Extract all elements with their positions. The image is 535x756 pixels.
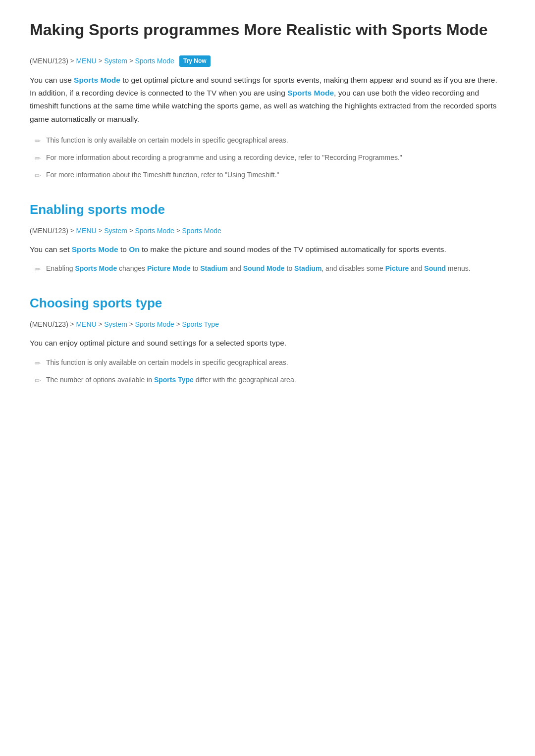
s1-bc-menu123: (MENU/123) — [30, 225, 68, 236]
section2-breadcrumb: (MENU/123) > MENU > System > Sports Mode… — [30, 319, 505, 330]
intro-sports-mode-link2[interactable]: Sports Mode — [287, 89, 334, 97]
s1-note-stadium2[interactable]: Stadium — [294, 264, 321, 272]
intro-paragraph: You can use Sports Mode to get optimal p… — [30, 74, 505, 126]
section1-title: Enabling sports mode — [30, 200, 505, 220]
page-title: Making Sports programmes More Realistic … — [30, 20, 505, 41]
s2-bc-menu123: (MENU/123) — [30, 319, 68, 330]
s2-bc-menu[interactable]: MENU — [76, 319, 96, 330]
s2-note-item-2: ✏ The number of options available in Spo… — [30, 374, 505, 387]
section1-breadcrumb: (MENU/123) > MENU > System > Sports Mode… — [30, 225, 505, 236]
section1-notes-list: ✏ Enabling Sports Mode changes Picture M… — [30, 263, 505, 275]
try-now-badge[interactable]: Try Now — [179, 55, 211, 67]
s1-note-picture-mode[interactable]: Picture Mode — [147, 264, 191, 272]
note-icon: ✏ — [35, 263, 41, 275]
breadcrumb-sep3: > — [129, 56, 133, 66]
section2-body: You can enjoy optimal picture and sound … — [30, 337, 505, 350]
breadcrumb-system[interactable]: System — [104, 55, 127, 66]
s2-bc-sep4: > — [176, 319, 180, 330]
s1-bc-sep1: > — [70, 226, 74, 236]
intro-sports-mode-link1[interactable]: Sports Mode — [74, 76, 120, 84]
s2-note-item-1: ✏ This function is only available on cer… — [30, 357, 505, 369]
note-item: ✏ For more information about recording a… — [30, 152, 505, 164]
main-breadcrumb: (MENU/123) > MENU > System > Sports Mode… — [30, 55, 505, 67]
s1-bc-sep3: > — [129, 226, 133, 236]
breadcrumb-sep2: > — [99, 56, 103, 66]
section1-body: You can set Sports Mode to On to make th… — [30, 243, 505, 256]
s1-note-sports-mode[interactable]: Sports Mode — [75, 264, 117, 272]
note-item: ✏ This function is only available on cer… — [30, 135, 505, 147]
s2-bc-sports-mode[interactable]: Sports Mode — [135, 319, 174, 330]
s2-bc-sports-type[interactable]: Sports Type — [182, 319, 218, 330]
note-text: For more information about the Timeshift… — [46, 169, 279, 180]
s1-sports-mode-link[interactable]: Sports Mode — [72, 245, 118, 253]
main-notes-list: ✏ This function is only available on cer… — [30, 135, 505, 182]
s1-note-sound-mode[interactable]: Sound Mode — [243, 264, 285, 272]
s1-note-picture[interactable]: Picture — [385, 264, 409, 272]
s2-bc-system[interactable]: System — [104, 319, 127, 330]
s2-bc-sep2: > — [99, 319, 103, 330]
note-icon: ✏ — [35, 375, 41, 387]
note-icon: ✏ — [35, 152, 41, 164]
s1-note-sound[interactable]: Sound — [424, 264, 446, 272]
s2-bc-sep3: > — [129, 319, 133, 330]
note-text: This function is only available on certa… — [46, 135, 288, 146]
breadcrumb-menu[interactable]: MENU — [76, 55, 96, 66]
s1-bc-system[interactable]: System — [104, 225, 127, 236]
s1-bc-sports-mode2[interactable]: Sports Mode — [182, 225, 221, 236]
s2-note-text-2: The number of options available in Sport… — [46, 374, 296, 385]
s2-bc-sep1: > — [70, 319, 74, 330]
breadcrumb-sports-mode[interactable]: Sports Mode — [135, 55, 174, 66]
s1-note-stadium1[interactable]: Stadium — [200, 264, 227, 272]
note-icon: ✏ — [35, 357, 41, 369]
note-icon: ✏ — [35, 170, 41, 182]
note-text: For more information about recording a p… — [46, 152, 402, 163]
breadcrumb-sep1: > — [70, 56, 74, 66]
s2-sports-type-link[interactable]: Sports Type — [154, 376, 194, 384]
s1-on-link[interactable]: On — [129, 245, 140, 253]
section2-title: Choosing sports type — [30, 293, 505, 314]
s2-note-text-1: This function is only available on certa… — [46, 357, 288, 368]
s1-bc-sep4: > — [176, 226, 180, 236]
note-icon: ✏ — [35, 135, 41, 147]
s1-bc-sep2: > — [99, 226, 103, 236]
s1-note-item: ✏ Enabling Sports Mode changes Picture M… — [30, 263, 505, 275]
s1-bc-menu[interactable]: MENU — [76, 225, 96, 236]
breadcrumb-menu123: (MENU/123) — [30, 55, 68, 66]
s1-note-text: Enabling Sports Mode changes Picture Mod… — [46, 263, 471, 274]
note-item: ✏ For more information about the Timeshi… — [30, 169, 505, 182]
s1-bc-sports-mode[interactable]: Sports Mode — [135, 225, 174, 236]
section2-notes-list: ✏ This function is only available on cer… — [30, 357, 505, 387]
